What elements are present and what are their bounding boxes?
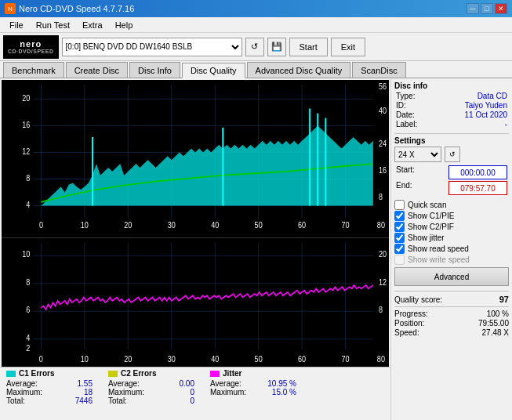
show-jitter-row: Show jitter xyxy=(394,233,509,243)
svg-text:70: 70 xyxy=(342,220,350,230)
menu-help[interactable]: Help xyxy=(109,19,140,31)
svg-text:40: 40 xyxy=(379,106,387,115)
show-c2pif-checkbox[interactable] xyxy=(394,222,405,232)
speed-refresh-button[interactable]: ↺ xyxy=(445,147,460,162)
tab-create-disc[interactable]: Create Disc xyxy=(66,62,128,78)
save-button[interactable]: 💾 xyxy=(267,38,286,56)
show-read-speed-checkbox[interactable] xyxy=(394,244,405,254)
c2-max-value: 0 xyxy=(190,388,194,396)
svg-text:8: 8 xyxy=(379,306,383,315)
jitter-color-box xyxy=(210,371,220,377)
c1-avg-label: Average: xyxy=(6,379,38,388)
svg-text:16: 16 xyxy=(22,120,30,129)
jitter-max-value: 15.0 % xyxy=(272,388,296,396)
svg-text:30: 30 xyxy=(168,354,176,364)
c1-total-row: Total: 7446 xyxy=(6,396,93,405)
show-jitter-checkbox[interactable] xyxy=(394,233,405,243)
disc-type-row: Type: Data CD xyxy=(394,92,509,100)
end-time-input[interactable] xyxy=(448,181,507,195)
svg-text:10: 10 xyxy=(81,220,89,230)
chart2-svg: 10 8 6 4 2 20 12 8 0 10 20 30 40 xyxy=(2,238,389,367)
c2-total-label: Total: xyxy=(108,396,127,405)
disc-date-value: 11 Oct 2020 xyxy=(465,110,507,119)
jitter-label: Jitter xyxy=(223,369,241,378)
progress-label: Progress: xyxy=(394,310,428,318)
svg-text:12: 12 xyxy=(22,147,30,156)
chart1-svg: 20 16 12 8 4 56 40 24 16 8 0 10 20 xyxy=(2,80,389,237)
start-time-label: Start: xyxy=(396,165,415,179)
close-button[interactable]: ✕ xyxy=(495,3,507,14)
c1-max-row: Maximum: 18 xyxy=(6,388,93,396)
svg-text:20: 20 xyxy=(379,250,387,259)
svg-rect-38 xyxy=(2,238,389,367)
tab-scan-disc[interactable]: ScanDisc xyxy=(352,62,405,78)
toolbar: nero CD·DVD/SPEED [0:0] BENQ DVD DD DW16… xyxy=(0,33,512,61)
charts-wrapper: 20 16 12 8 4 56 40 24 16 8 0 10 20 xyxy=(2,80,389,367)
settings-title: Settings xyxy=(394,136,509,145)
disc-id-value: Taiyo Yuden xyxy=(465,101,507,110)
menu-file[interactable]: File xyxy=(3,19,30,31)
exit-button[interactable]: Exit xyxy=(331,38,365,56)
disc-type-value: Data CD xyxy=(478,92,507,100)
start-time-input[interactable] xyxy=(448,165,507,179)
c1-max-value: 18 xyxy=(84,388,93,396)
advanced-button[interactable]: Advanced xyxy=(394,267,509,286)
svg-text:4: 4 xyxy=(26,333,31,342)
menu-runtest[interactable]: Run Test xyxy=(30,19,76,31)
jitter-max-row: Maximum: 15.0 % xyxy=(210,388,296,396)
c1-avg-row: Average: 1.55 xyxy=(6,379,93,388)
drive-select[interactable]: [0:0] BENQ DVD DD DW1640 BSLB xyxy=(62,38,242,56)
show-write-speed-label: Show write speed xyxy=(408,255,470,264)
tab-disc-info[interactable]: Disc Info xyxy=(129,62,180,78)
svg-text:24: 24 xyxy=(379,139,387,148)
show-c1pie-row: Show C1/PIE xyxy=(394,211,509,221)
chart1: 20 16 12 8 4 56 40 24 16 8 0 10 20 xyxy=(2,80,389,238)
maximize-button[interactable]: □ xyxy=(481,3,493,14)
disc-label-row: Label: - xyxy=(394,120,509,129)
disc-label-label: Label: xyxy=(396,120,417,129)
jitter-avg-label: Average: xyxy=(210,379,241,388)
quick-scan-checkbox[interactable] xyxy=(394,200,405,210)
show-c1pie-checkbox[interactable] xyxy=(394,211,405,221)
app-icon: N xyxy=(5,3,16,14)
menu-extra[interactable]: Extra xyxy=(76,19,109,31)
svg-text:8: 8 xyxy=(379,192,383,201)
jitter-avg-value: 10.95 % xyxy=(267,379,296,388)
disc-id-row: ID: Taiyo Yuden xyxy=(394,101,509,110)
tab-benchmark[interactable]: Benchmark xyxy=(3,62,64,78)
settings-section: Settings 24 X ↺ Start: End: Quick scan xyxy=(394,136,509,286)
jitter-max-label: Maximum: xyxy=(210,388,246,396)
svg-text:10: 10 xyxy=(81,354,89,364)
show-c2pif-row: Show C2/PIF xyxy=(394,222,509,232)
quick-scan-row: Quick scan xyxy=(394,200,509,210)
svg-text:20: 20 xyxy=(124,220,132,230)
start-button[interactable]: Start xyxy=(289,38,328,56)
tab-advanced-disc-quality[interactable]: Advanced Disc Quality xyxy=(247,62,351,78)
disc-label-value: - xyxy=(505,120,507,129)
show-c2pif-label: Show C2/PIF xyxy=(408,223,454,231)
title-bar: N Nero CD-DVD Speed 4.7.7.16 ─ □ ✕ xyxy=(0,0,512,17)
c1-max-label: Maximum: xyxy=(6,388,42,396)
speed-value: 27.48 X xyxy=(482,328,509,337)
c2-color-box xyxy=(108,371,118,377)
svg-text:16: 16 xyxy=(379,165,387,175)
c1-errors-group: C1 Errors Average: 1.55 Maximum: 18 Tota… xyxy=(6,369,93,418)
c1-color-box xyxy=(6,371,16,377)
refresh-button[interactable]: ↺ xyxy=(245,38,264,56)
show-read-speed-row: Show read speed xyxy=(394,244,509,254)
menu-bar: File Run Test Extra Help xyxy=(0,17,512,33)
end-time-row: End: xyxy=(394,181,509,195)
show-read-speed-label: Show read speed xyxy=(408,244,469,253)
svg-text:50: 50 xyxy=(255,354,263,364)
disc-info-title: Disc info xyxy=(394,81,509,90)
jitter-avg-row: Average: 10.95 % xyxy=(210,379,296,388)
c2-label: C2 Errors xyxy=(121,369,157,378)
svg-text:30: 30 xyxy=(168,220,176,230)
speed-select[interactable]: 24 X xyxy=(394,147,441,162)
svg-text:60: 60 xyxy=(298,220,306,230)
show-write-speed-row: Show write speed xyxy=(394,255,509,265)
progress-row: Progress: 100 % xyxy=(394,310,509,318)
stats-area: C1 Errors Average: 1.55 Maximum: 18 Tota… xyxy=(0,367,390,420)
tab-disc-quality[interactable]: Disc Quality xyxy=(182,63,245,78)
minimize-button[interactable]: ─ xyxy=(467,3,479,14)
